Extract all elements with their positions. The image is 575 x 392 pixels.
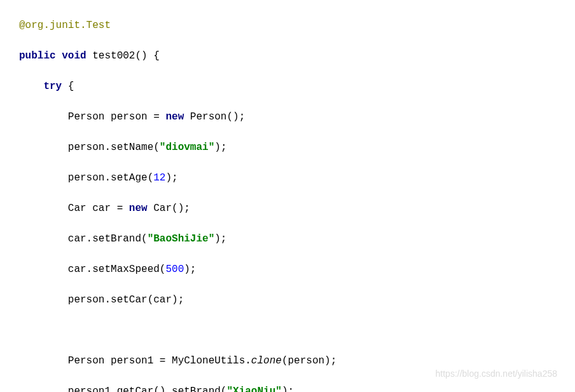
code-text: Person();: [184, 111, 245, 123]
code-text: person1.getCar().setBrand(: [68, 386, 227, 392]
code-text: (person);: [282, 355, 336, 367]
keyword-void: void: [62, 50, 86, 62]
code-text: );: [214, 142, 226, 153]
code-text: );: [282, 386, 294, 392]
code-text: );: [165, 172, 177, 184]
annotation: @org.junit.Test: [19, 20, 111, 31]
string-typo: diovmai: [165, 142, 208, 153]
code-text: Car car =: [68, 203, 129, 214]
string-literal: ": [209, 142, 215, 153]
code-text: person.setName(: [68, 142, 160, 153]
code-text: car.setBrand(: [68, 233, 148, 245]
brace: {: [62, 81, 74, 92]
code-text: person.setCar(car);: [68, 294, 184, 306]
code-text: );: [184, 264, 196, 275]
keyword-try: try: [43, 81, 62, 92]
code-text: car.setMaxSpeed(: [68, 264, 166, 275]
static-call: clone: [251, 355, 282, 367]
keyword-new: new: [129, 203, 148, 214]
keyword-public: public: [19, 50, 56, 62]
number-literal: 500: [165, 264, 184, 275]
code-text: Person person =: [68, 111, 166, 123]
code-text: );: [214, 233, 226, 245]
code-text: Car();: [148, 203, 190, 214]
number-literal: 12: [153, 172, 165, 184]
string-literal: ": [160, 142, 166, 153]
code-text: Person person1 = MyCloneUtils.: [68, 355, 251, 367]
code-block: @org.junit.Test public void test002() { …: [0, 0, 575, 392]
watermark: https://blog.csdn.net/yilisha258: [436, 367, 557, 381]
string-literal: "XiaoNiu": [226, 386, 281, 392]
code-text: person.setAge(: [68, 172, 153, 184]
string-literal: "BaoShiJie": [148, 233, 215, 245]
method-signature: test002() {: [87, 50, 160, 62]
keyword-new: new: [165, 111, 184, 123]
